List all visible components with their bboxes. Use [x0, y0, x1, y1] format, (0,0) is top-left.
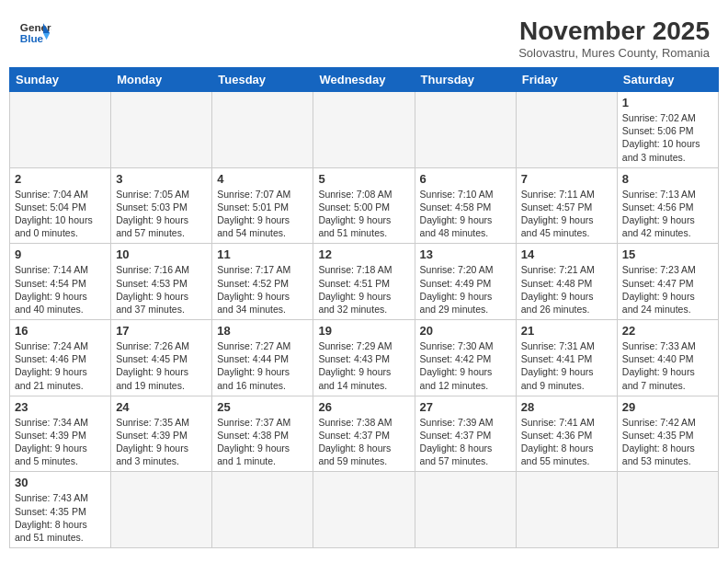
day-info: Sunrise: 7:17 AM Sunset: 4:52 PM Dayligh… — [217, 263, 308, 316]
calendar-cell: 26Sunrise: 7:38 AM Sunset: 4:37 PM Dayli… — [313, 396, 415, 472]
calendar-cell — [415, 92, 516, 168]
day-number: 3 — [116, 172, 207, 186]
day-number: 17 — [116, 324, 207, 338]
calendar-cell: 24Sunrise: 7:35 AM Sunset: 4:39 PM Dayli… — [111, 396, 212, 472]
day-number: 20 — [420, 324, 511, 338]
day-number: 27 — [420, 400, 511, 414]
day-info: Sunrise: 7:08 AM Sunset: 5:00 PM Dayligh… — [318, 188, 409, 240]
day-info: Sunrise: 7:20 AM Sunset: 4:49 PM Dayligh… — [420, 263, 511, 316]
calendar-cell: 28Sunrise: 7:41 AM Sunset: 4:36 PM Dayli… — [516, 396, 617, 472]
calendar-cell: 7Sunrise: 7:11 AM Sunset: 4:57 PM Daylig… — [516, 167, 617, 244]
day-info: Sunrise: 7:18 AM Sunset: 4:51 PM Dayligh… — [318, 263, 409, 316]
calendar-week-row: 30Sunrise: 7:43 AM Sunset: 4:35 PM Dayli… — [10, 472, 719, 548]
calendar-cell: 29Sunrise: 7:42 AM Sunset: 4:35 PM Dayli… — [617, 396, 718, 472]
calendar-cell: 16Sunrise: 7:24 AM Sunset: 4:46 PM Dayli… — [10, 320, 111, 396]
calendar-week-row: 2Sunrise: 7:04 AM Sunset: 5:04 PM Daylig… — [10, 167, 719, 244]
calendar-cell: 21Sunrise: 7:31 AM Sunset: 4:41 PM Dayli… — [516, 320, 617, 396]
page-header: General Blue November 2025 Solovastru, M… — [9, 9, 719, 63]
day-number: 14 — [521, 247, 612, 261]
calendar-cell — [415, 472, 516, 548]
calendar-cell: 10Sunrise: 7:16 AM Sunset: 4:53 PM Dayli… — [111, 244, 212, 320]
calendar-cell: 25Sunrise: 7:37 AM Sunset: 4:38 PM Dayli… — [212, 396, 313, 472]
calendar-cell: 12Sunrise: 7:18 AM Sunset: 4:51 PM Dayli… — [313, 244, 415, 320]
calendar-cell: 19Sunrise: 7:29 AM Sunset: 4:43 PM Dayli… — [313, 320, 415, 396]
calendar-week-row: 9Sunrise: 7:14 AM Sunset: 4:54 PM Daylig… — [10, 244, 719, 320]
day-number: 2 — [15, 172, 106, 186]
day-number: 24 — [116, 400, 207, 414]
day-info: Sunrise: 7:21 AM Sunset: 4:48 PM Dayligh… — [521, 263, 612, 316]
day-number: 25 — [217, 400, 308, 414]
day-info: Sunrise: 7:23 AM Sunset: 4:47 PM Dayligh… — [622, 263, 713, 316]
weekday-header-friday: Friday — [516, 68, 617, 92]
weekday-header-tuesday: Tuesday — [212, 68, 313, 92]
calendar-cell: 4Sunrise: 7:07 AM Sunset: 5:01 PM Daylig… — [212, 167, 313, 244]
day-info: Sunrise: 7:34 AM Sunset: 4:39 PM Dayligh… — [15, 416, 106, 468]
calendar-cell: 5Sunrise: 7:08 AM Sunset: 5:00 PM Daylig… — [313, 167, 415, 244]
day-number: 30 — [15, 476, 106, 489]
day-number: 12 — [318, 247, 409, 261]
day-info: Sunrise: 7:04 AM Sunset: 5:04 PM Dayligh… — [15, 188, 106, 240]
day-info: Sunrise: 7:10 AM Sunset: 4:58 PM Dayligh… — [420, 188, 511, 240]
day-info: Sunrise: 7:43 AM Sunset: 4:35 PM Dayligh… — [15, 491, 106, 544]
weekday-header-sunday: Sunday — [10, 68, 111, 92]
calendar-table: SundayMondayTuesdayWednesdayThursdayFrid… — [9, 67, 719, 548]
day-number: 15 — [622, 247, 713, 261]
day-info: Sunrise: 7:31 AM Sunset: 4:41 PM Dayligh… — [521, 339, 612, 392]
day-info: Sunrise: 7:26 AM Sunset: 4:45 PM Dayligh… — [116, 339, 207, 392]
day-number: 22 — [622, 324, 713, 338]
calendar-cell: 22Sunrise: 7:33 AM Sunset: 4:40 PM Dayli… — [617, 320, 718, 396]
day-info: Sunrise: 7:41 AM Sunset: 4:36 PM Dayligh… — [521, 416, 612, 468]
calendar-cell — [10, 92, 111, 168]
day-info: Sunrise: 7:33 AM Sunset: 4:40 PM Dayligh… — [622, 339, 713, 392]
calendar-cell: 18Sunrise: 7:27 AM Sunset: 4:44 PM Dayli… — [212, 320, 313, 396]
calendar-cell: 20Sunrise: 7:30 AM Sunset: 4:42 PM Dayli… — [415, 320, 516, 396]
month-title: November 2025 — [518, 17, 710, 46]
day-number: 13 — [420, 247, 511, 261]
calendar-cell: 3Sunrise: 7:05 AM Sunset: 5:03 PM Daylig… — [111, 167, 212, 244]
day-number: 19 — [318, 324, 409, 338]
day-number: 10 — [116, 247, 207, 261]
day-number: 26 — [318, 400, 409, 414]
calendar-cell — [212, 92, 313, 168]
weekday-header-monday: Monday — [111, 68, 212, 92]
logo: General Blue — [18, 17, 51, 50]
weekday-header-row: SundayMondayTuesdayWednesdayThursdayFrid… — [10, 68, 719, 92]
day-info: Sunrise: 7:42 AM Sunset: 4:35 PM Dayligh… — [622, 416, 713, 468]
svg-text:Blue: Blue — [20, 32, 44, 44]
day-info: Sunrise: 7:24 AM Sunset: 4:46 PM Dayligh… — [15, 339, 106, 392]
day-number: 1 — [622, 96, 713, 109]
day-number: 6 — [420, 172, 511, 186]
day-info: Sunrise: 7:39 AM Sunset: 4:37 PM Dayligh… — [420, 416, 511, 468]
calendar-cell — [212, 472, 313, 548]
calendar-cell: 11Sunrise: 7:17 AM Sunset: 4:52 PM Dayli… — [212, 244, 313, 320]
day-number: 23 — [15, 400, 106, 414]
calendar-cell: 23Sunrise: 7:34 AM Sunset: 4:39 PM Dayli… — [10, 396, 111, 472]
day-info: Sunrise: 7:02 AM Sunset: 5:06 PM Dayligh… — [622, 111, 713, 164]
calendar-cell — [111, 472, 212, 548]
calendar-week-row: 1Sunrise: 7:02 AM Sunset: 5:06 PM Daylig… — [10, 92, 719, 168]
calendar-cell: 1Sunrise: 7:02 AM Sunset: 5:06 PM Daylig… — [617, 92, 718, 168]
calendar-week-row: 23Sunrise: 7:34 AM Sunset: 4:39 PM Dayli… — [10, 396, 719, 472]
day-number: 8 — [622, 172, 713, 186]
calendar-cell: 8Sunrise: 7:13 AM Sunset: 4:56 PM Daylig… — [617, 167, 718, 244]
day-info: Sunrise: 7:38 AM Sunset: 4:37 PM Dayligh… — [318, 416, 409, 468]
calendar-cell — [516, 92, 617, 168]
day-number: 11 — [217, 247, 308, 261]
weekday-header-thursday: Thursday — [415, 68, 516, 92]
day-info: Sunrise: 7:07 AM Sunset: 5:01 PM Dayligh… — [217, 188, 308, 240]
day-number: 9 — [15, 247, 106, 261]
day-number: 5 — [318, 172, 409, 186]
calendar-cell: 13Sunrise: 7:20 AM Sunset: 4:49 PM Dayli… — [415, 244, 516, 320]
logo-icon: General Blue — [18, 17, 51, 50]
day-number: 28 — [521, 400, 612, 414]
calendar-cell — [313, 92, 415, 168]
calendar-cell: 2Sunrise: 7:04 AM Sunset: 5:04 PM Daylig… — [10, 167, 111, 244]
calendar-cell: 14Sunrise: 7:21 AM Sunset: 4:48 PM Dayli… — [516, 244, 617, 320]
day-number: 7 — [521, 172, 612, 186]
day-info: Sunrise: 7:37 AM Sunset: 4:38 PM Dayligh… — [217, 416, 308, 468]
title-area: November 2025 Solovastru, Mures County, … — [518, 17, 710, 60]
calendar-cell — [516, 472, 617, 548]
day-number: 29 — [622, 400, 713, 414]
day-info: Sunrise: 7:13 AM Sunset: 4:56 PM Dayligh… — [622, 188, 713, 240]
calendar-cell: 6Sunrise: 7:10 AM Sunset: 4:58 PM Daylig… — [415, 167, 516, 244]
